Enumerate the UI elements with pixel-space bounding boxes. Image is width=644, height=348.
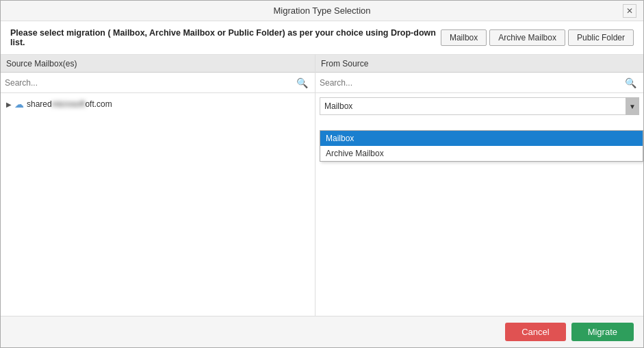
public-folder-type-button[interactable]: Public Folder: [568, 29, 634, 46]
tree-content: ▶ ☁ sharedmicrosoftoft.com: [1, 93, 315, 316]
cancel-button[interactable]: Cancel: [505, 323, 565, 341]
right-search-row: 🔍: [315, 73, 643, 93]
mailbox-type-button[interactable]: Mailbox: [441, 29, 487, 46]
main-content: Source Mailbox(es) 🔍 ▶ ☁ sharedmicrosoft…: [1, 55, 643, 316]
right-search-icon: 🔍: [625, 77, 636, 88]
dialog-title: Migration Type Selection: [21, 5, 623, 16]
from-source-label: From Source: [321, 59, 368, 69]
tree-expand-icon[interactable]: ▶: [6, 101, 12, 108]
dropdown-list: Mailbox Archive Mailbox: [320, 130, 643, 162]
right-panel-header: From Source: [315, 55, 643, 73]
left-panel: Source Mailbox(es) 🔍 ▶ ☁ sharedmicrosoft…: [1, 55, 315, 316]
select-wrapper: Mailbox Archive Mailbox ▼: [320, 97, 639, 115]
archive-mailbox-type-button[interactable]: Archive Mailbox: [489, 29, 565, 46]
left-search-input[interactable]: [5, 78, 296, 88]
left-panel-header: Source Mailbox(es): [1, 55, 315, 73]
migrate-button[interactable]: Migrate: [571, 323, 634, 341]
close-button[interactable]: ✕: [623, 4, 636, 18]
from-source-content: Mailbox Archive Mailbox ▼ Mailbox Archiv…: [315, 93, 643, 316]
footer: Cancel Migrate: [1, 316, 643, 347]
source-mailboxes-label: Source Mailbox(es): [6, 59, 77, 69]
tree-item-domain: microsoft: [52, 99, 86, 109]
cloud-icon: ☁: [14, 99, 24, 110]
right-panel: From Source 🔍 Mailbox Archive Mailbox ▼ …: [315, 55, 643, 316]
right-search-input[interactable]: [320, 78, 625, 88]
dialog-window: Migration Type Selection ✕ Please select…: [0, 0, 644, 348]
left-search-row: 🔍: [1, 73, 315, 93]
instruction-text: Please select migration ( Mailbox, Archi…: [10, 28, 441, 47]
tree-item-label: sharedmicrosoftoft.com: [27, 99, 112, 109]
title-bar: Migration Type Selection ✕: [1, 1, 643, 21]
tree-item: ▶ ☁ sharedmicrosoftoft.com: [6, 97, 309, 111]
type-buttons-group: Mailbox Archive Mailbox Public Folder: [441, 29, 634, 46]
left-search-icon: 🔍: [296, 77, 308, 88]
from-source-select[interactable]: Mailbox Archive Mailbox: [320, 97, 639, 115]
instruction-bar: Please select migration ( Mailbox, Archi…: [1, 21, 643, 55]
dropdown-item-archive-mailbox[interactable]: Archive Mailbox: [320, 146, 643, 161]
dropdown-item-mailbox[interactable]: Mailbox: [320, 131, 643, 146]
